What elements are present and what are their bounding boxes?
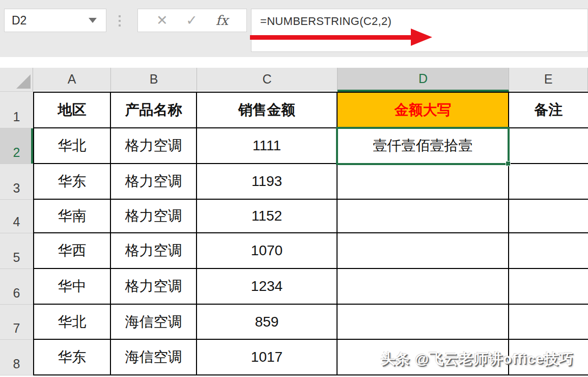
formula-text: =NUMBERSTRING(C2,2)	[251, 9, 587, 28]
cell-c6[interactable]: 1234	[197, 269, 338, 305]
cell-d7[interactable]	[338, 305, 509, 340]
column-header-b[interactable]: B	[111, 68, 197, 92]
row-header-6[interactable]: 6	[0, 269, 33, 305]
cell-a3[interactable]: 华东	[33, 164, 111, 200]
cell-b6[interactable]: 格力空调	[111, 269, 197, 305]
column-header-a[interactable]: A	[33, 68, 111, 92]
cell-b8[interactable]: 海信空调	[111, 340, 197, 375]
cell-a5[interactable]: 华西	[33, 233, 111, 269]
formula-bar-options-dots-icon[interactable]	[119, 15, 121, 26]
cell-a1[interactable]: 地区	[33, 92, 111, 128]
cell-e6[interactable]	[509, 269, 588, 305]
row-header-5[interactable]: 5	[0, 233, 33, 269]
row-header-8[interactable]: 8	[0, 340, 33, 375]
cell-b5[interactable]: 格力空调	[111, 233, 197, 269]
cell-b2[interactable]: 格力空调	[111, 128, 197, 164]
cell-d5[interactable]	[338, 233, 509, 269]
cell-c3[interactable]: 1193	[197, 164, 338, 200]
column-header-c[interactable]: C	[197, 68, 338, 92]
cell-e2[interactable]	[509, 128, 588, 164]
red-arrow-line	[250, 35, 412, 40]
enter-icon[interactable]: ✓	[186, 12, 198, 29]
cell-c8[interactable]: 1017	[197, 340, 338, 375]
cell-d3[interactable]	[338, 164, 509, 200]
name-box-dropdown-icon[interactable]	[89, 18, 97, 23]
active-cell-selection-border	[336, 127, 510, 165]
column-header-d-selected[interactable]: D	[338, 68, 509, 92]
red-arrow-annotation	[250, 26, 433, 48]
name-box[interactable]: D2	[4, 9, 106, 32]
cell-b7[interactable]: 海信空调	[111, 305, 197, 340]
cell-b3[interactable]: 格力空调	[111, 164, 197, 200]
cell-d1[interactable]: 金额大写	[338, 92, 509, 128]
cell-b4[interactable]: 格力空调	[111, 200, 197, 233]
cell-c7[interactable]: 859	[197, 305, 338, 340]
cell-e1[interactable]: 备注	[509, 92, 588, 128]
watermark-text: 头条 @飞云老师讲office技巧	[381, 349, 574, 369]
cell-e3[interactable]	[509, 164, 588, 200]
select-all-corner[interactable]	[0, 68, 33, 92]
cell-c1[interactable]: 销售金额	[197, 92, 338, 128]
cell-e5[interactable]	[509, 233, 588, 269]
red-arrow-head	[411, 29, 432, 46]
column-header-e[interactable]: E	[509, 68, 588, 92]
row-header-1[interactable]: 1	[0, 92, 33, 128]
row-header-4[interactable]: 4	[0, 200, 33, 233]
name-box-value: D2	[12, 14, 89, 28]
cell-c2[interactable]: 1111	[197, 128, 338, 164]
cell-a8[interactable]: 华东	[33, 340, 111, 375]
cell-d4[interactable]	[338, 200, 509, 233]
cell-c4[interactable]: 1152	[197, 200, 338, 233]
cell-d6[interactable]	[338, 269, 509, 305]
select-all-triangle-icon	[16, 74, 31, 89]
formula-toolbar: ✕ ✓ fx	[137, 9, 247, 32]
cell-b1[interactable]: 产品名称	[111, 92, 197, 128]
cancel-icon[interactable]: ✕	[156, 12, 168, 29]
spreadsheet-grid: A B C D E 1 地区 产品名称 销售金额 金额大写 备注 2 华北 格力…	[0, 68, 588, 375]
cell-c5[interactable]: 1070	[197, 233, 338, 269]
cell-a6[interactable]: 华中	[33, 269, 111, 305]
cell-e4[interactable]	[509, 200, 588, 233]
row-header-7[interactable]: 7	[0, 305, 33, 340]
fill-handle[interactable]	[506, 161, 511, 166]
cell-e7[interactable]	[509, 305, 588, 340]
cell-a4[interactable]: 华南	[33, 200, 111, 233]
cell-a7[interactable]: 华北	[33, 305, 111, 340]
cell-a2[interactable]: 华北	[33, 128, 111, 164]
insert-function-icon[interactable]: fx	[216, 13, 228, 28]
row-header-3[interactable]: 3	[0, 164, 33, 200]
row-header-2-selected[interactable]: 2	[0, 128, 33, 164]
